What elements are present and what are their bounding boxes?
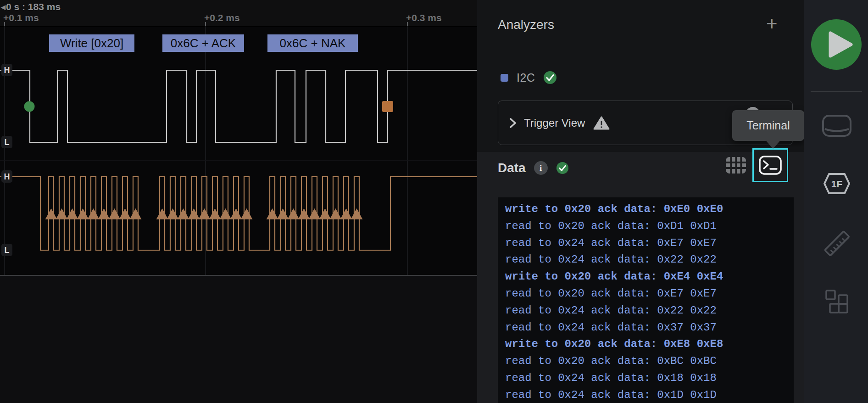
rising-edge-marker-icon [109, 208, 121, 219]
terminal-tooltip: Terminal [732, 110, 804, 141]
annotation-badge-label: 0x6C + ACK [171, 36, 236, 50]
terminal-line: write to 0x20 ack data: 0xE4 0xE4 [505, 269, 794, 285]
level-chip-label: H [4, 172, 10, 181]
rising-edge-marker-icon [167, 208, 179, 219]
info-button[interactable]: i [534, 161, 548, 175]
terminal-line: write to 0x20 ack data: 0xE0 0xE0 [505, 201, 794, 218]
waveform-canvas[interactable]: HLHLWrite [0x20]0x6C + ACK0x6C + NAK [0, 0, 477, 403]
hex-1f-label: 1F [831, 179, 843, 189]
blocks-icon[interactable] [826, 291, 847, 313]
level-chip-label: H [4, 66, 10, 75]
terminal-line: read to 0x24 ack data: 0x22 0x22 [505, 252, 794, 269]
terminal-view-button[interactable] [752, 148, 788, 182]
terminal-tooltip-label: Terminal [746, 119, 790, 132]
terminal-line: read to 0x24 ack data: 0x37 0x37 [505, 319, 794, 336]
analyzer-color-swatch [501, 74, 508, 82]
rising-edge-marker-icon [340, 208, 352, 219]
analyzer-item-label: I2C [517, 71, 535, 84]
terminal-line: read to 0x24 ack data: 0x18 0x18 [505, 370, 794, 387]
trigger-view-label: Trigger View [524, 117, 585, 129]
sidebar-toolbar: 1F [804, 106, 868, 321]
level-chip-label: L [5, 138, 10, 147]
terminal-line: read to 0x24 ack data: 0xE7 0xE7 [505, 235, 794, 252]
add-analyzer-button[interactable]: + [763, 14, 780, 34]
start-condition-marker-icon [24, 101, 35, 112]
rising-edge-marker-icon [267, 208, 278, 219]
rising-edge-marker-icon [130, 208, 142, 219]
analyzers-heading: Analyzers [498, 17, 554, 32]
sidebar-divider [811, 91, 862, 92]
rising-edge-marker-icon [319, 208, 331, 219]
channel-0-trace [0, 70, 477, 142]
terminal-output[interactable]: write to 0x20 ack data: 0xE0 0xE0read to… [498, 197, 794, 403]
rising-edge-marker-icon [309, 208, 321, 219]
terminal-line: read to 0x20 ack data: 0xBC 0xBC [505, 353, 794, 370]
rising-edge-marker-icon [67, 208, 78, 219]
level-chip-label: L [5, 246, 10, 255]
rising-edge-marker-icon [77, 208, 89, 219]
app-window: ◀ 0 s : 183 ms +0.1 ms+0.2 ms+0.3 ms HLH… [0, 0, 868, 403]
rising-edge-marker-icon [220, 208, 232, 219]
terminal-line: read to 0x20 ack data: 0xD1 0xD1 [505, 218, 794, 235]
rising-edge-marker-icon [188, 208, 200, 219]
analyzer-item-i2c[interactable]: I2C [501, 69, 557, 86]
annotation-badge-label: 0x6C + NAK [280, 36, 346, 50]
rising-edge-marker-icon [119, 208, 131, 219]
annotation-badge-label: Write [0x20] [60, 36, 123, 50]
rising-edge-marker-icon [209, 208, 221, 219]
rising-edge-marker-icon [288, 208, 300, 219]
rising-edge-marker-icon [98, 208, 110, 219]
rising-edge-marker-icon [230, 208, 242, 219]
rising-edge-marker-icon [298, 208, 310, 219]
rising-edge-marker-icon [241, 208, 253, 219]
warning-icon [593, 116, 610, 130]
data-section-header: Data i [498, 159, 569, 177]
terminal-line: read to 0x24 ack data: 0x1D 0x1D [505, 387, 794, 403]
data-success-check-icon [556, 162, 569, 174]
table-view-button[interactable] [725, 157, 746, 174]
run-capture-button[interactable] [810, 18, 863, 71]
rising-edge-marker-icon [56, 208, 68, 219]
analyzer-success-check-icon [543, 71, 557, 84]
rising-edge-marker-icon [156, 208, 168, 219]
rising-edge-marker-icon [45, 208, 57, 219]
grid-icon [725, 157, 746, 174]
device-icon[interactable] [823, 116, 851, 136]
info-icon: i [540, 163, 542, 173]
hex-1f-icon[interactable]: 1F [824, 174, 849, 193]
rising-edge-marker-icon [88, 208, 100, 219]
terminal-line: read to 0x20 ack data: 0xE7 0xE7 [505, 285, 794, 302]
rising-edge-marker-icon [199, 208, 211, 219]
rising-edge-marker-icon [178, 208, 189, 219]
data-heading: Data [498, 161, 526, 175]
ruler-icon[interactable] [825, 231, 849, 256]
play-icon [810, 18, 863, 71]
terminal-line: read to 0x24 ack data: 0x22 0x22 [505, 302, 794, 319]
rising-edge-marker-icon [277, 208, 289, 219]
stop-condition-marker-icon [382, 101, 393, 112]
rising-edge-marker-icon [330, 208, 342, 219]
rising-edge-marker-icon [351, 208, 363, 219]
chevron-right-icon [510, 118, 516, 129]
terminal-line: write to 0x20 ack data: 0xE8 0xE8 [505, 336, 794, 353]
terminal-icon [758, 155, 782, 175]
